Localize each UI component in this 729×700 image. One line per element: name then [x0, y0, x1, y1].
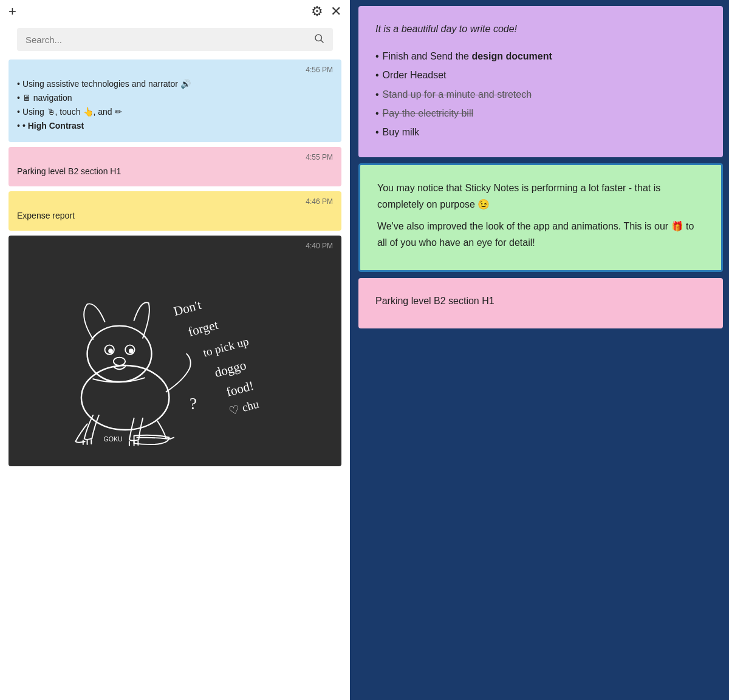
note-preview-2: Parking level B2 section H1 [17, 165, 333, 178]
notes-list: 4:56 PM • Using assistive technologies a… [0, 59, 350, 700]
svg-point-8 [114, 358, 125, 365]
svg-text:doggo: doggo [213, 358, 247, 380]
note-timestamp-3: 4:46 PM [17, 197, 333, 206]
svg-line-1 [321, 40, 323, 42]
bullet-icon: • [17, 78, 20, 90]
toolbar-right: ⚙ ✕ [311, 5, 341, 18]
note-line-2: • 🖥 navigation [17, 92, 333, 104]
note-card-4[interactable]: 4:40 PM [9, 236, 341, 466]
note-timestamp-4: 4:40 PM [17, 242, 333, 250]
svg-text:?: ? [190, 395, 197, 413]
right-note-1[interactable]: It is a beautiful day to write code! • F… [358, 6, 723, 157]
toolbar-left: + [9, 5, 16, 18]
right-panel: It is a beautiful day to write code! • F… [352, 0, 729, 700]
note-preview-3: Expense report [17, 209, 333, 222]
note-item-4: • Pay the electricity bill [375, 105, 706, 121]
pink-note-text: Parking level B2 section H1 [375, 293, 706, 309]
note-item-1: • Finish and Send the design document [375, 48, 706, 64]
add-note-button[interactable]: + [9, 5, 16, 18]
svg-text:Don't: Don't [172, 297, 203, 319]
svg-text:forget: forget [187, 318, 220, 339]
note-italic-header: It is a beautiful day to write code! [375, 21, 706, 37]
search-icon[interactable] [313, 33, 324, 46]
note-card-2[interactable]: 4:55 PM Parking level B2 section H1 [9, 147, 341, 186]
note-item-3: • Stand up for a minute and stretech [375, 86, 706, 103]
bullet-icon: • [17, 120, 20, 132]
note-item-2: • Order Headset [375, 67, 706, 83]
note-card-1[interactable]: 4:56 PM • Using assistive technologies a… [9, 59, 341, 142]
svg-text:GOKU: GOKU [104, 435, 123, 443]
right-note-3[interactable]: Parking level B2 section H1 [358, 278, 723, 328]
right-note-2[interactable]: You may notice that Sticky Notes is perf… [358, 163, 723, 272]
note-preview-1: • Using assistive technologies and narra… [17, 78, 333, 132]
bullet-icon: • [17, 106, 20, 118]
note-item-5: • Buy milk [375, 124, 706, 140]
green-note-para-2: We've also improved the look of the app … [377, 218, 704, 251]
note-line-4: • • High Contrast [17, 120, 333, 132]
note-drawing: GOKU Don't forget to pick up doggo food! [17, 254, 333, 448]
toolbar: + ⚙ ✕ [0, 0, 350, 23]
note-line-1: • Using assistive technologies and narra… [17, 78, 333, 90]
svg-point-6 [109, 349, 112, 353]
left-panel: + ⚙ ✕ 4:56 PM • Using assisti [0, 0, 352, 700]
svg-text:to pick up: to pick up [202, 335, 250, 359]
bullet-icon: • [17, 92, 20, 104]
settings-button[interactable]: ⚙ [311, 5, 323, 18]
note-timestamp-2: 4:55 PM [17, 153, 333, 161]
green-note-para-1: You may notice that Sticky Notes is perf… [377, 180, 704, 212]
note-timestamp-1: 4:56 PM [17, 66, 333, 74]
svg-text:♡ chu: ♡ chu [228, 398, 261, 418]
note-line-3: • Using 🖱, touch 👆, and ✏ [17, 106, 333, 118]
svg-point-7 [129, 349, 133, 353]
search-input[interactable] [26, 35, 313, 45]
svg-text:food!: food! [225, 378, 256, 399]
svg-point-3 [87, 326, 152, 382]
close-button[interactable]: ✕ [330, 5, 341, 18]
svg-point-2 [81, 365, 169, 430]
svg-point-0 [315, 35, 322, 41]
note-card-3[interactable]: 4:46 PM Expense report [9, 191, 341, 231]
search-bar [17, 28, 333, 51]
